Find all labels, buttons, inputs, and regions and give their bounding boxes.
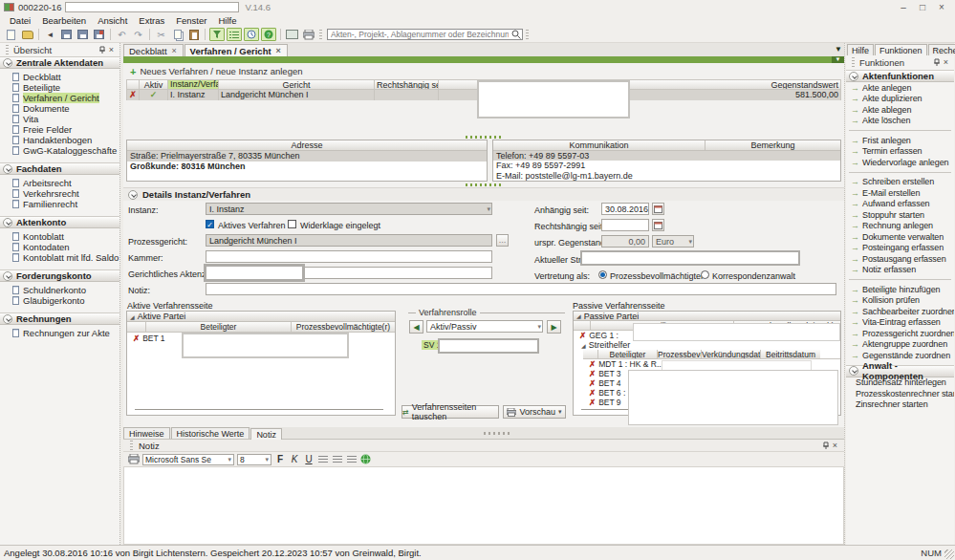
col-prozessbevollmaechtigte[interactable]: Prozessbevollmächtigte(r)	[292, 322, 395, 332]
scrollbar-line[interactable]	[581, 409, 629, 410]
collapse-chevron-icon[interactable]	[849, 366, 858, 376]
passive-party-group-header[interactable]: ◢ Passive Partei	[574, 312, 840, 321]
underline-button[interactable]: U	[303, 454, 315, 464]
fn-prozessgericht-zuordnen[interactable]: →Prozessgericht zuordnen	[846, 328, 954, 339]
streithelfer-group-header[interactable]: ◢ Streithelfer	[574, 340, 840, 350]
menu-hilfe[interactable]: Hilfe	[212, 15, 242, 26]
panel-grip[interactable]	[852, 57, 855, 68]
sidebar-item-glaeubigerkonto[interactable]: Gläubigerkonto	[0, 295, 119, 306]
save-all-button[interactable]	[92, 28, 106, 41]
communication-telefon[interactable]: Telefon: +49 89 5597-03	[493, 151, 840, 161]
fn-wiedervorlage-anlegen[interactable]: →Wiedervorlage anlegen	[846, 157, 954, 168]
col-gericht[interactable]: Gericht	[219, 79, 375, 90]
delete-row-icon[interactable]: ✗	[589, 388, 596, 398]
pin-icon[interactable]	[98, 46, 106, 54]
fn-prozesskostenrechner-starten[interactable]: Prozesskostenrechner starten	[846, 388, 954, 399]
collapse-chevron-icon[interactable]	[3, 164, 12, 174]
tab-historische-werte[interactable]: Historische Werte	[171, 427, 250, 439]
pin-icon[interactable]	[933, 58, 941, 67]
save-as-button[interactable]	[76, 28, 90, 41]
fn-akte-anlegen[interactable]: →Akte anlegen	[846, 82, 954, 94]
collapse-chevron-icon[interactable]	[3, 58, 12, 68]
notiz-field[interactable]	[206, 283, 836, 295]
anwalt-komponenten-header[interactable]: Anwalt - Komponenten	[846, 365, 954, 377]
panel-grip[interactable]	[130, 441, 133, 451]
align-right-button[interactable]	[347, 456, 357, 463]
tab-verfahren-gericht[interactable]: Verfahren / Gericht ×	[184, 44, 288, 56]
close-panel-button[interactable]: ×	[941, 57, 951, 67]
delete-row-icon[interactable]: ✗	[133, 334, 140, 343]
resize-grip[interactable]	[944, 549, 954, 559]
col-prozessbevoll[interactable]: Prozessbevoll...	[658, 350, 702, 358]
fn-aufwand-erfassen[interactable]: →Aufwand erfassen	[846, 199, 954, 210]
section-header[interactable]: Aktenkonto	[0, 216, 119, 228]
widerklage-checkbox[interactable]	[288, 220, 296, 228]
delete-row-icon[interactable]: ✗	[589, 398, 596, 407]
fn-zinsrechner-starten[interactable]: Zinsrechner starten	[846, 399, 954, 411]
tab-hinweise[interactable]: Hinweise	[123, 427, 170, 439]
anhaengig-field[interactable]: 30.08.2016	[601, 203, 649, 215]
sidebar-item-beteiligte[interactable]: Beteiligte	[0, 82, 119, 93]
anhaengig-calendar-button[interactable]	[652, 203, 664, 215]
font-size-select[interactable]: 8 ▾	[237, 454, 271, 465]
tab-funktionen[interactable]: Funktionen	[875, 44, 927, 55]
paste-button[interactable]	[186, 28, 201, 41]
menu-ansicht[interactable]: Ansicht	[92, 15, 133, 26]
col-rechtshaengig[interactable]: Rechtshängig seit	[375, 79, 439, 90]
communication-fax[interactable]: Fax: +49 89 5597-2991	[493, 161, 840, 170]
pin-icon[interactable]	[822, 442, 830, 450]
scrollbar-line[interactable]	[135, 409, 383, 410]
align-center-button[interactable]	[333, 456, 342, 463]
close-button[interactable]: ×	[932, 2, 951, 12]
delete-row-icon[interactable]: ✗	[126, 90, 140, 100]
font-family-select[interactable]: Microsoft Sans Se ▾	[142, 454, 234, 465]
fn-postausgang-erfassen[interactable]: →Postausgang erfassen	[846, 253, 954, 265]
close-notiz-button[interactable]: ×	[830, 441, 840, 450]
help-toggle-button[interactable]: ?	[261, 28, 276, 41]
tab-deckblatt[interactable]: Deckblatt ×	[123, 44, 184, 56]
sidebar-item-verkehrsrecht[interactable]: Verkehrsrecht	[0, 188, 119, 199]
tab-hilfe[interactable]: Hilfe	[847, 44, 874, 55]
fn-akte-ablegen[interactable]: →Akte ablegen	[846, 104, 954, 116]
clock-toggle-button[interactable]	[244, 28, 259, 41]
fn-aktengruppe-zuordnen[interactable]: →Aktengruppe zuordnen	[846, 339, 954, 351]
korrespondenzanwalt-radio[interactable]	[701, 270, 709, 279]
prozessgericht-browse-button[interactable]: …	[496, 234, 509, 247]
col-beitrittsdatum[interactable]: Beitrittsdatum	[761, 350, 820, 358]
sidebar-item-gwg[interactable]: GwG-Kataloggeschäfte	[0, 145, 119, 156]
kammer-field[interactable]	[206, 250, 492, 263]
tab-recherche[interactable]: Recherche	[928, 44, 955, 55]
details-section-header[interactable]: Details Instanz/Verfahren	[123, 187, 844, 201]
collapse-chevron-icon[interactable]	[128, 190, 138, 200]
new-instance-link[interactable]: Neues Verfahren / neue Instanz anlegen	[140, 66, 302, 76]
role-select[interactable]: Aktiv/Passiv▾	[426, 320, 543, 333]
sidebar-item-handaktenbogen[interactable]: Handaktenbogen	[0, 135, 119, 145]
tab-notiz[interactable]: Notiz	[250, 428, 282, 440]
tab-close-icon[interactable]: ×	[275, 46, 282, 55]
tab-list-dropdown-icon[interactable]: ▼	[835, 45, 842, 54]
sidebar-item-kontodaten[interactable]: Kontodaten	[0, 242, 119, 252]
delete-row-icon[interactable]: ✗	[589, 369, 596, 378]
col-beteiligter[interactable]: Beteiligter	[146, 322, 292, 332]
col-verkuendungsdatum[interactable]: Verkündungsdatum	[702, 350, 761, 358]
sidebar-item-verfahren-gericht[interactable]: Verfahren / Gericht	[0, 93, 119, 103]
delete-row-icon[interactable]: ✗	[589, 359, 596, 369]
fn-stundensatz-hinterlegen[interactable]: Stundensatz hinterlegen	[846, 377, 954, 389]
notiz-editor-area[interactable]	[123, 467, 844, 545]
list-toggle-button[interactable]	[227, 28, 242, 41]
fn-sachbearbeiter-zuordnen[interactable]: →Sachbearbeiter zuordnen	[846, 306, 954, 317]
align-left-button[interactable]	[318, 456, 328, 463]
delete-row-icon[interactable]: ✗	[579, 331, 586, 340]
active-party-group-header[interactable]: ◢ Aktive Partei	[127, 312, 395, 322]
col-beteiligter[interactable]: Beteiligter	[598, 350, 658, 358]
toolbar-grip[interactable]	[319, 30, 322, 40]
fn-beteiligte-hinzufuegen[interactable]: →Beteiligte hinzufügen	[846, 284, 954, 295]
sidebar-item-vita[interactable]: Vita	[0, 114, 119, 124]
streitwert-field-redacted[interactable]	[580, 250, 800, 266]
rechtshaengig-field[interactable]	[601, 219, 649, 231]
prozessgericht-field[interactable]: Landgericht München I	[206, 234, 492, 247]
hyperlink-globe-button[interactable]	[360, 454, 371, 464]
expander-icon[interactable]: ◢	[581, 342, 586, 349]
back-button[interactable]: ◄	[43, 28, 57, 41]
print-note-button[interactable]	[128, 454, 140, 464]
